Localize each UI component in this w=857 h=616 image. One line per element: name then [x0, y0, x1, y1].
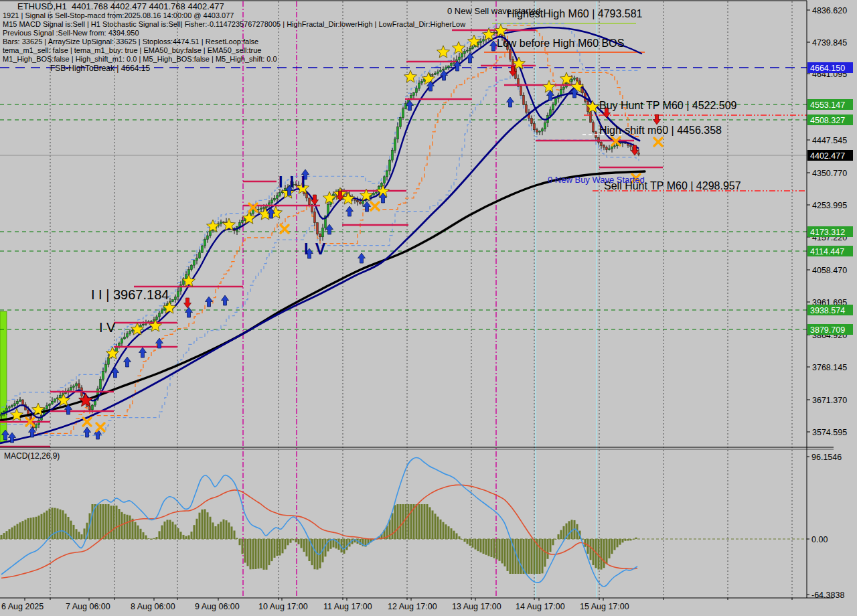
macd-tick-label[interactable]: -64.3838 [811, 591, 844, 600]
chart-canvas[interactable]: 4836.6204739.8454641.0954447.5454350.770… [0, 0, 857, 616]
macd-histogram-bar [97, 504, 99, 539]
candle-body [397, 127, 399, 139]
candle-body [35, 425, 37, 428]
macd-histogram-bar [135, 522, 137, 539]
sell-arrow-icon [653, 114, 661, 125]
candle-body [277, 196, 279, 198]
price-badge-label[interactable]: 4508.327 [810, 116, 845, 125]
time-tick-label[interactable]: 14 Aug 17:00 [516, 602, 565, 611]
macd-histogram-bar [590, 539, 592, 560]
macd-histogram-bar [306, 539, 308, 556]
macd-histogram-bar [493, 539, 495, 558]
price-tick-label[interactable]: 3768.145 [812, 363, 847, 372]
price-badge-label[interactable]: 4114.447 [810, 247, 844, 256]
candle-body [161, 310, 163, 313]
macd-tick-label[interactable]: 0.00 [811, 535, 828, 544]
macd-histogram-bar [215, 526, 217, 539]
time-tick-label[interactable]: 15 Aug 17:00 [580, 602, 629, 611]
candle-body [11, 406, 13, 407]
time-tick-label[interactable]: 7 Aug 06:00 [66, 602, 110, 611]
candle-body [418, 83, 420, 88]
candle-body [421, 81, 423, 83]
time-tick-label[interactable]: 12 Aug 17:00 [388, 602, 437, 611]
candle-body [121, 339, 123, 343]
candle-body [271, 200, 273, 203]
macd-histogram-bar [507, 539, 509, 571]
candle-body [536, 130, 538, 132]
macd-histogram-bar [81, 534, 83, 539]
macd-histogram-bar [477, 539, 479, 551]
price-badge-label[interactable]: 4402.477 [810, 151, 845, 161]
candle-body [534, 124, 536, 130]
macd-histogram-bar [140, 529, 142, 539]
price-tick-label[interactable]: 4739.845 [812, 38, 847, 48]
candle-body [258, 210, 260, 210]
candle-body [92, 405, 94, 410]
time-tick-label[interactable]: 13 Aug 17:00 [452, 602, 501, 611]
candle-body [132, 330, 134, 331]
wave-ii-label: I I | 3967.184 [91, 287, 169, 302]
time-tick-label[interactable]: 11 Aug 17:00 [323, 602, 372, 611]
candle-body [386, 171, 388, 177]
macd-histogram-bar [314, 539, 316, 569]
time-tick-label[interactable]: 6 Aug 2025 [1, 602, 44, 611]
macd-histogram-bar [426, 504, 428, 539]
candle-body [464, 52, 466, 54]
price-tick-label[interactable]: 3574.595 [812, 428, 847, 437]
macd-histogram-bar [255, 539, 257, 569]
close-signal-x-icon [96, 423, 104, 431]
macd-histogram-bar [563, 526, 565, 539]
candle-body [630, 145, 632, 147]
macd-histogram-bar [405, 504, 407, 539]
price-tick-label[interactable]: 4836.620 [812, 6, 847, 15]
macd-histogram-bar [429, 507, 431, 539]
candle-body [242, 220, 244, 222]
price-tick-label[interactable]: 4350.770 [812, 169, 847, 178]
candle-body [9, 407, 11, 408]
macd-histogram-bar [416, 504, 418, 539]
macd-histogram-bar [485, 539, 487, 555]
price-badge-label[interactable]: 3879.709 [810, 325, 845, 335]
macd-histogram-bar [244, 539, 246, 562]
wave-iii-mark: I I I [279, 173, 307, 191]
buy-arrow-icon [206, 297, 213, 307]
candle-body [191, 265, 193, 270]
macd-histogram-bar [451, 528, 453, 539]
macd-histogram-bar [571, 520, 573, 539]
macd-histogram-bar [159, 531, 161, 539]
macd-histogram-bar [137, 526, 139, 539]
candle-body [322, 228, 324, 236]
candle-body [252, 210, 254, 214]
sell-arrow-icon [184, 298, 191, 308]
time-tick-label[interactable]: 10 Aug 17:00 [258, 602, 308, 611]
candle-body [510, 50, 512, 59]
price-tick-label[interactable]: 4253.995 [812, 201, 847, 210]
macd-histogram-bar [552, 539, 554, 545]
price-tick-label[interactable]: 3671.370 [812, 396, 847, 405]
macd-histogram-bar [633, 539, 635, 540]
price-badge-label[interactable]: 4664.150 [810, 64, 845, 73]
candle-body [574, 78, 576, 80]
candle-body [199, 252, 201, 258]
macd-histogram-bar [19, 522, 21, 539]
macd-histogram-bar [151, 539, 153, 540]
macd-histogram-bar [161, 526, 163, 539]
price-badge-label[interactable]: 4553.147 [810, 100, 845, 110]
candle-body [432, 74, 434, 75]
macd-histogram-bar [619, 539, 621, 545]
macd-histogram-bar [287, 539, 289, 545]
candle-body [542, 129, 544, 131]
price-badge-label[interactable]: 3938.574 [810, 306, 845, 315]
candle-body [309, 198, 311, 204]
time-tick-label[interactable]: 8 Aug 06:00 [131, 602, 175, 611]
macd-histogram-bar [303, 539, 305, 552]
macd-histogram-bar [204, 509, 206, 539]
price-tick-label[interactable]: 4058.470 [812, 266, 847, 275]
macd-histogram-bar [432, 510, 434, 539]
time-tick-label[interactable]: 9 Aug 06:00 [195, 602, 240, 611]
macd-histogram-bar [440, 520, 442, 539]
macd-tick-label[interactable]: 96.1546 [811, 453, 842, 462]
macd-histogram-bar [148, 538, 150, 539]
price-tick-label[interactable]: 4447.545 [812, 136, 847, 145]
price-badge-label[interactable]: 4173.312 [810, 228, 845, 237]
